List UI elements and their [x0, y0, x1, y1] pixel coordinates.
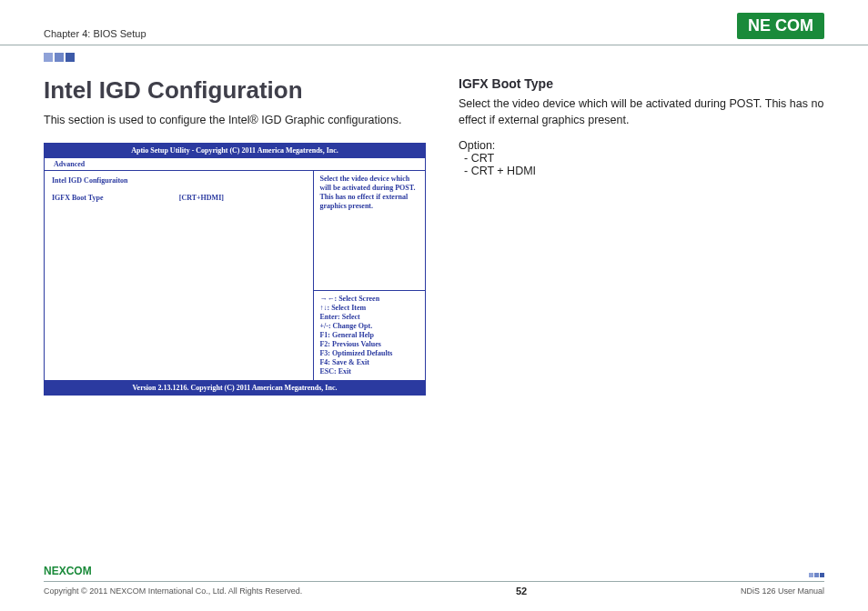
bios-left-pane: Intel IGD Configuraiton IGFX Boot Type [… [45, 171, 313, 380]
option-description: Select the video device which will be ac… [459, 96, 824, 128]
doc-title: NDiS 126 User Manual [741, 586, 824, 596]
left-column: Intel IGD Configuration This section is … [44, 76, 426, 396]
option-item: - CRT [459, 152, 824, 165]
bios-key: Enter: Select [319, 313, 419, 322]
page-title: Intel IGD Configuration [44, 76, 426, 105]
chapter-label: Chapter 4: BIOS Setup [44, 28, 146, 39]
bios-key: F2: Previous Values [319, 340, 419, 349]
bios-key: F1: General Help [319, 331, 419, 340]
right-column: IGFX Boot Type Select the video device w… [459, 76, 824, 396]
bios-footer-bar: Version 2.13.1216. Copyright (C) 2011 Am… [45, 380, 425, 395]
bios-item-row: IGFX Boot Type [CRT+HDMI] [52, 194, 306, 202]
page-number: 52 [516, 586, 527, 596]
bios-key: +/-: Change Opt. [319, 322, 419, 331]
bios-help-text: Select the video device which will be ac… [314, 171, 425, 290]
bios-item-value: [CRT+HDMI] [179, 194, 307, 202]
bios-tab-advanced: Advanced [45, 158, 425, 171]
option-item: - CRT + HDMI [459, 165, 824, 177]
accent-blocks [0, 45, 868, 62]
footer-line: Copyright © 2011 NEXCOM International Co… [44, 581, 824, 596]
bios-key: F3: Optimized Defaults [319, 349, 419, 358]
bios-key: ESC: Exit [319, 367, 419, 376]
footer-brand-logo: NEXCOM [44, 565, 92, 577]
bios-right-pane: Select the video device which will be ac… [313, 171, 425, 380]
bios-title-bar: Aptio Setup Utility - Copyright (C) 2011… [45, 144, 425, 158]
bios-key: →←: Select Screen [319, 295, 419, 304]
footer-logo-row: NEXCOM [44, 565, 824, 581]
page-footer: NEXCOM Copyright © 2011 NEXCOM Internati… [0, 565, 868, 596]
bios-item-label: IGFX Boot Type [52, 194, 179, 202]
bios-key-legend: →←: Select Screen ↑↓: Select Item Enter:… [314, 290, 425, 380]
brand-logo: NE COM [737, 13, 824, 39]
bios-key: ↑↓: Select Item [319, 304, 419, 313]
option-list: Option: - CRT - CRT + HDMI [459, 139, 824, 177]
bios-body: Intel IGD Configuraiton IGFX Boot Type [… [45, 171, 425, 380]
copyright-text: Copyright © 2011 NEXCOM International Co… [44, 586, 302, 596]
option-heading: IGFX Boot Type [459, 76, 824, 91]
bios-key: F4: Save & Exit [319, 358, 419, 367]
intro-text: This section is used to configure the In… [44, 114, 426, 126]
page-header: Chapter 4: BIOS Setup NE COM [0, 0, 868, 45]
bios-section-title: Intel IGD Configuraiton [52, 176, 306, 185]
bios-screenshot: Aptio Setup Utility - Copyright (C) 2011… [44, 143, 426, 396]
footer-accent-blocks [809, 565, 824, 577]
option-label: Option: [459, 139, 824, 152]
main-content: Intel IGD Configuration This section is … [0, 62, 868, 396]
